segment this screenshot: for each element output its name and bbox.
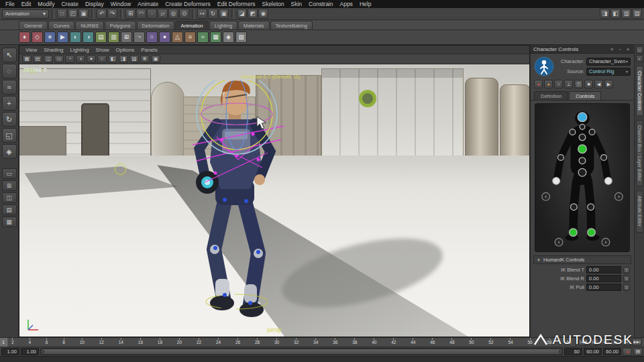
close-panel-icon[interactable]: × (625, 46, 631, 52)
sidebar-tab[interactable]: Channel Box / Layer Editor (636, 120, 643, 187)
snap-to-center-icon[interactable]: ⊙ (179, 9, 189, 19)
wireframe-icon[interactable]: ○ (97, 55, 107, 63)
render-current-frame-icon[interactable]: ◪ (237, 9, 247, 19)
menu-item[interactable]: Skin (288, 0, 306, 8)
save-scene-icon[interactable]: ▣ (78, 9, 89, 19)
ipr-render-icon[interactable]: ◩ (248, 9, 258, 19)
character-dropdown[interactable]: Character_Sven ▾ (586, 58, 631, 66)
menu-item[interactable]: Edit (18, 0, 35, 8)
frame-tick[interactable]: 24 (216, 338, 221, 347)
shelf-set-key-icon[interactable]: ♦ (19, 32, 30, 43)
panel-close-icon[interactable]: × (636, 55, 643, 62)
slider-handle-icon[interactable]: ≡ (623, 276, 630, 282)
scale-tool-button[interactable]: ◱ (2, 128, 17, 143)
menu-item[interactable]: Modify (34, 0, 58, 8)
sidebar-tab[interactable]: Attribute Editor (636, 190, 643, 232)
character-tab[interactable]: Definition (534, 91, 568, 100)
layout-two-pane-side-button[interactable]: ◫ (2, 192, 17, 203)
full-body-mode-icon[interactable]: ● (534, 80, 543, 88)
shelf-unghost-icon[interactable]: ◑ (83, 32, 94, 43)
animation-start-field[interactable]: 1.00 (1, 348, 19, 355)
frame-tick[interactable]: 6 (46, 338, 48, 347)
lighting-icon[interactable]: ◨ (119, 55, 128, 63)
xray-icon[interactable]: ⊕ (140, 55, 150, 63)
ik-field-value[interactable]: 0.00 (586, 284, 621, 291)
move-tool-button[interactable]: + (2, 96, 17, 111)
frame-tick[interactable]: 20 (177, 338, 182, 347)
viewport-menu-item[interactable]: Panels (138, 46, 160, 54)
undo-icon[interactable]: ↶ (97, 9, 107, 19)
menu-item[interactable]: Help (356, 0, 374, 8)
camera-attributes-icon[interactable]: ◫ (44, 55, 53, 63)
frame-tick[interactable]: 56 (527, 338, 532, 347)
bookmark-icon[interactable]: ▭ (54, 55, 64, 63)
frame-tick[interactable]: 32 (294, 338, 299, 347)
menu-item[interactable]: Create (58, 0, 82, 8)
frame-tick[interactable]: 14 (119, 338, 123, 347)
auto-key-button[interactable]: ● (623, 348, 632, 356)
shelf-tab[interactable]: NURBS (75, 21, 103, 29)
viewport-scene[interactable]: Verts: 207739 0 Edges: 412857 0 Polygons… (19, 64, 529, 337)
last-tool-button[interactable]: ◈ (2, 144, 17, 159)
shelf-playblast-icon[interactable]: ▶ (57, 32, 68, 43)
shelf-constraint-icon[interactable]: △ (172, 32, 183, 43)
character-tab[interactable]: Controls (569, 91, 601, 100)
go-to-end-button[interactable]: ▶▶| (632, 339, 642, 346)
snap-to-point-icon[interactable]: ∙ (147, 9, 157, 19)
image-plane-icon[interactable]: ◔ (65, 55, 74, 63)
viewport-menu-item[interactable]: Show (93, 46, 113, 54)
shelf-tab[interactable]: TextureBaking (270, 21, 313, 29)
frame-tick[interactable]: 18 (158, 338, 162, 347)
command-line-strip[interactable] (0, 356, 644, 362)
snap-to-grid-icon[interactable]: ⊞ (125, 9, 136, 19)
character-body-map[interactable]: ‹› ‹› (537, 107, 628, 248)
layout-four-pane-button[interactable]: ⊞ (2, 180, 17, 191)
shelf-ghost-icon[interactable]: ◐ (70, 32, 81, 43)
animation-end-field-2[interactable]: 60.00 (603, 348, 621, 355)
lock-stance-icon[interactable]: ■ (584, 80, 593, 88)
snap-to-plane-icon[interactable]: ▱ (158, 9, 168, 19)
frame-tick[interactable]: 8 (62, 338, 65, 347)
frame-tick[interactable]: 44 (411, 338, 415, 347)
menu-item[interactable]: Constrain (305, 0, 336, 8)
frame-tick[interactable]: 50 (469, 338, 474, 347)
shelf-ik-handle-icon[interactable]: ¬ (133, 32, 145, 43)
menu-item[interactable]: Create Deformers (162, 0, 214, 8)
menu-item[interactable]: Window (107, 0, 134, 8)
layout-single-pane-button[interactable]: ▭ (2, 168, 17, 179)
two-panes-icon[interactable]: ◑ (76, 55, 85, 63)
slider-handle-icon[interactable]: ≡ (623, 267, 630, 274)
shelf-tab[interactable]: Deformation (137, 21, 175, 29)
shelf-tab[interactable]: Curves (48, 21, 75, 29)
menu-set-dropdown[interactable]: Animation ▾ (2, 9, 49, 19)
shelf-tab[interactable]: Polygons (105, 21, 136, 29)
shelf-anim-layer-icon[interactable]: ▧ (235, 32, 247, 43)
rotate-tool-button[interactable]: ↻ (2, 112, 17, 127)
frame-tick[interactable]: 2 (11, 338, 14, 347)
slider-handle-icon[interactable]: ≡ (623, 284, 630, 291)
shaded-icon[interactable]: ● (87, 55, 96, 63)
redo-icon[interactable]: ↷ (107, 9, 117, 19)
sidebar-toggle-icon[interactable]: ▤ (632, 9, 642, 19)
frame-tick[interactable]: 12 (99, 338, 104, 347)
shelf-tab[interactable]: General (19, 21, 48, 29)
frame-tick[interactable]: 46 (430, 338, 435, 347)
frame-tick[interactable]: 10 (80, 338, 85, 347)
shelf-motion-path-icon[interactable]: ∗ (44, 32, 56, 43)
humanik-controls-section[interactable]: ▼ HumanIK Controls (533, 255, 631, 264)
stance-pose-icon[interactable]: ⊥ (564, 80, 573, 88)
frame-tick[interactable]: 26 (235, 338, 240, 347)
prev-key-icon[interactable]: ◀ (594, 80, 603, 88)
paint-select-tool-button[interactable]: ≈ (2, 80, 17, 95)
body-part-mode-icon[interactable]: ● (544, 80, 553, 88)
frame-tick[interactable]: 40 (372, 338, 376, 347)
open-scene-icon[interactable]: ◰ (68, 9, 78, 19)
shelf-trax-editor-icon[interactable]: ▥ (108, 32, 119, 43)
ik-field-value[interactable]: 0.00 (586, 275, 621, 282)
viewport-menu-item[interactable]: Shading (40, 46, 66, 54)
menu-item[interactable]: Skeleton (258, 0, 287, 8)
shelf-create-clip-icon[interactable]: ▤ (95, 32, 107, 43)
menu-item[interactable]: Display (82, 0, 107, 8)
isolate-select-icon[interactable]: ▣ (151, 55, 160, 63)
menu-item[interactable]: Apps (337, 0, 356, 8)
